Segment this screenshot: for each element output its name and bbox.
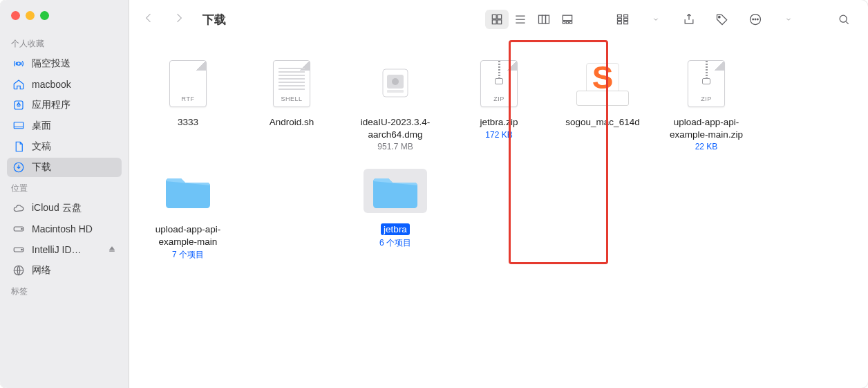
svg-rect-9 <box>492 15 496 19</box>
file-sub: 22 KB <box>657 142 755 151</box>
svg-point-26 <box>719 16 721 18</box>
sidebar-item-home[interactable]: macbook <box>7 75 122 94</box>
svg-rect-11 <box>492 20 496 24</box>
globe-icon <box>12 264 25 277</box>
sidebar-item-label: iCloud 云盘 <box>32 202 82 214</box>
sidebar-item-macintosh-hd[interactable]: Macintosh HD <box>7 219 122 239</box>
svg-rect-22 <box>618 21 622 24</box>
sidebar-item-airdrop[interactable]: 隔空投送 <box>7 54 122 73</box>
svg-rect-19 <box>569 21 572 24</box>
sidebar-item-label: 网络 <box>32 264 51 277</box>
airdrop-icon <box>12 57 25 70</box>
fullscreen-button[interactable] <box>40 11 49 20</box>
file-sub: 951.7 MB <box>346 142 444 151</box>
close-button[interactable] <box>11 11 20 20</box>
window-title: 下载 <box>202 12 226 28</box>
doc-icon <box>12 140 25 153</box>
sidebar-item-icloud[interactable]: iCloud 云盘 <box>7 198 122 218</box>
svg-rect-18 <box>566 21 568 24</box>
file-name: Android.sh <box>243 116 341 129</box>
svg-rect-21 <box>618 18 622 20</box>
sidebar-item-intellij[interactable]: IntelliJ ID… <box>7 240 122 259</box>
back-button[interactable] <box>142 11 155 28</box>
desktop-icon <box>12 120 25 132</box>
view-list-button[interactable] <box>509 10 532 29</box>
sidebar: 个人收藏 隔空投送 macbook 应用程序 桌面 文稿 下载 位置 iClou… <box>0 0 129 388</box>
file-name: jetbra.zip <box>450 116 548 129</box>
forward-button[interactable] <box>172 11 186 28</box>
sidebar-item-network[interactable]: 网络 <box>7 261 122 280</box>
svg-point-31 <box>840 15 847 22</box>
group-button[interactable] <box>611 10 634 29</box>
svg-point-30 <box>757 19 759 20</box>
svg-point-29 <box>755 19 756 20</box>
file-name: ideaIU-2023.3.4-aarch64.dmg <box>346 116 444 140</box>
sidebar-item-label: 隔空投送 <box>32 57 70 70</box>
svg-point-0 <box>17 62 21 66</box>
sidebar-item-applications[interactable]: 应用程序 <box>7 95 122 115</box>
cloud-icon <box>12 202 25 214</box>
file-item[interactable]: Ssogou_mac_614d <box>551 48 654 156</box>
disk-icon <box>12 223 25 235</box>
sidebar-item-label: IntelliJ ID… <box>32 244 82 255</box>
tag-button[interactable] <box>710 10 734 29</box>
file-name: upload-app-api-example-main <box>139 223 237 248</box>
sidebar-item-label: 桌面 <box>32 120 51 132</box>
rtf-icon: RTF <box>169 60 207 107</box>
sidebar-item-label: Macintosh HD <box>32 223 93 234</box>
view-icons-button[interactable] <box>485 10 509 29</box>
svg-rect-14 <box>542 15 546 24</box>
disk-icon <box>12 243 25 256</box>
file-grid[interactable]: RTF3333SHELLAndroid.shideaIU-2023.3.4-aa… <box>129 39 868 388</box>
file-item[interactable]: SHELLAndroid.sh <box>240 48 343 156</box>
svg-rect-13 <box>539 15 542 24</box>
file-item[interactable]: ZIPupload-app-api-example-main.zip22 KB <box>654 48 758 156</box>
svg-rect-16 <box>563 15 572 21</box>
svg-rect-17 <box>563 21 565 24</box>
minimize-button[interactable] <box>26 11 35 20</box>
house-icon <box>12 78 25 91</box>
sidebar-item-downloads[interactable]: 下载 <box>7 158 122 177</box>
sidebar-item-label: 下载 <box>32 161 51 174</box>
more-chevron-icon[interactable] <box>777 10 800 29</box>
sidebar-item-label: 文稿 <box>32 140 51 153</box>
file-item[interactable]: ZIPjetbra.zip172 KB <box>447 48 551 156</box>
share-button[interactable] <box>677 10 701 29</box>
sidebar-item-label: 应用程序 <box>32 99 70 111</box>
svg-rect-20 <box>618 15 622 17</box>
file-sub: 7 个项目 <box>139 249 237 261</box>
file-name: jetbra <box>346 223 444 236</box>
file-item[interactable]: RTF3333 <box>136 48 240 156</box>
folder-icon <box>364 169 427 213</box>
shell-icon: SHELL <box>273 60 310 107</box>
file-name: 3333 <box>139 116 237 129</box>
sidebar-item-desktop[interactable]: 桌面 <box>7 116 122 136</box>
sidebar-item-documents[interactable]: 文稿 <box>7 137 122 156</box>
view-gallery-button[interactable] <box>556 10 579 29</box>
file-item[interactable]: jetbra6 个项目 <box>343 156 447 265</box>
file-item[interactable]: ideaIU-2023.3.4-aarch64.dmg951.7 MB <box>343 48 447 156</box>
window-controls <box>11 11 122 20</box>
svg-rect-12 <box>498 20 502 24</box>
svg-rect-15 <box>546 15 549 24</box>
eject-icon[interactable] <box>108 244 116 255</box>
download-icon <box>12 161 25 174</box>
svg-rect-2 <box>14 122 23 129</box>
sidebar-section-locations: 位置 <box>11 183 122 194</box>
sidebar-item-label: macbook <box>32 79 71 90</box>
app-icon <box>12 99 25 111</box>
file-name: sogou_mac_614d <box>554 116 652 129</box>
svg-rect-23 <box>624 15 628 17</box>
more-button[interactable] <box>744 10 767 29</box>
svg-rect-24 <box>624 18 628 20</box>
search-button[interactable] <box>832 10 856 29</box>
sidebar-section-tags: 标签 <box>11 286 122 297</box>
zip-icon: ZIP <box>480 60 518 107</box>
view-columns-button[interactable] <box>532 10 556 29</box>
folder-icon <box>163 172 213 210</box>
file-item[interactable]: upload-app-api-example-main7 个项目 <box>136 156 240 265</box>
group-chevron-icon[interactable] <box>644 10 668 29</box>
file-name: upload-app-api-example-main.zip <box>657 116 755 140</box>
zip-icon: ZIP <box>688 60 725 107</box>
svg-point-28 <box>753 19 754 20</box>
